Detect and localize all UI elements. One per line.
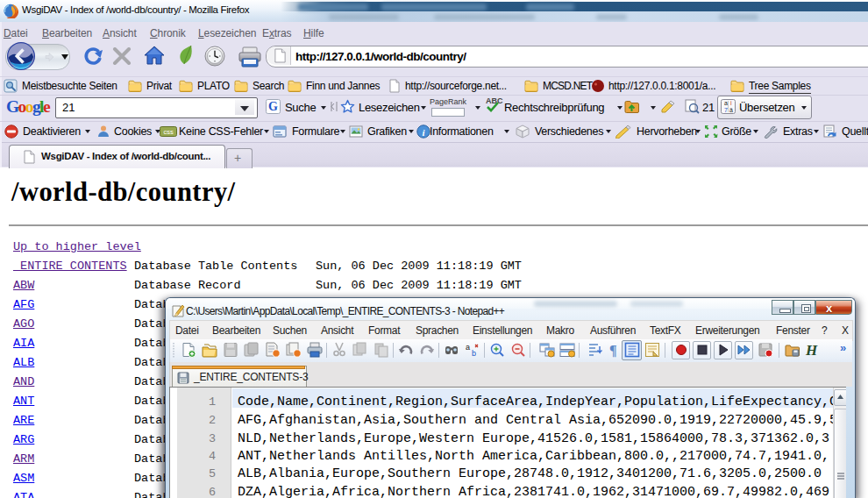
svg-text:H: H [805,342,818,358]
svg-text:ä: ä [729,107,733,113]
svg-text:css: css [163,128,174,136]
svg-text:a: a [724,100,728,106]
svg-text:¶: ¶ [609,343,617,358]
svg-text:b: b [472,349,476,358]
svg-text:a: a [466,343,470,352]
svg-text:7: 7 [724,107,728,113]
svg-text:G: G [268,100,278,113]
